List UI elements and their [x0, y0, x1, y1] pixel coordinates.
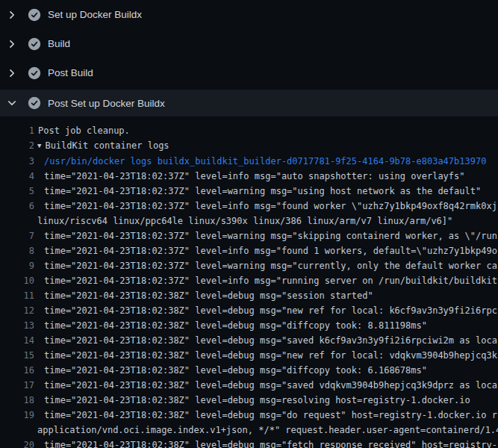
log-line-number[interactable]: 5: [0, 184, 34, 199]
log-line-number[interactable]: 12: [0, 303, 34, 318]
log-line-text: application/vnd.oci.image.index.v1+json,…: [34, 423, 498, 438]
step-row[interactable]: Set up Docker Buildx: [0, 0, 498, 29]
log-line-number[interactable]: 2: [0, 138, 34, 154]
log-line-number[interactable]: 7: [0, 228, 34, 243]
step-title: Set up Docker Buildx: [48, 9, 142, 20]
log-line: 14 time="2021-04-23T18:02:38Z" level=deb…: [0, 333, 498, 348]
log-line: 1 Post job cleanup.: [0, 123, 498, 138]
chevron-right-icon: [6, 9, 18, 21]
log-line: 12 time="2021-04-23T18:02:38Z" level=deb…: [0, 303, 498, 318]
log-line-number[interactable]: 15: [0, 348, 34, 363]
log-line: 9 time="2021-04-23T18:02:37Z" level=warn…: [0, 258, 498, 273]
check-circle-icon: [28, 8, 41, 22]
log-line-number: [0, 214, 34, 228]
chevron-down-icon: [6, 97, 18, 109]
step-list: Set up Docker Buildx Build: [0, 0, 498, 116]
log-line: 16 time="2021-04-23T18:02:38Z" level=deb…: [0, 363, 498, 378]
step-title: Post Build: [48, 67, 93, 78]
log-line: 5 time="2021-04-23T18:02:37Z" level=warn…: [0, 184, 498, 199]
log-line: 8 time="2021-04-23T18:02:37Z" level=info…: [0, 243, 498, 258]
log-line: 13 time="2021-04-23T18:02:38Z" level=deb…: [0, 318, 498, 333]
log-line: 18 time="2021-04-23T18:02:38Z" level=deb…: [0, 393, 498, 408]
log-line-number[interactable]: 11: [0, 288, 34, 303]
log-line-text: time="2021-04-23T18:02:38Z" level=debug …: [34, 393, 470, 408]
step-row[interactable]: Build: [0, 29, 498, 58]
log-line: 6 time="2021-04-23T18:02:37Z" level=info…: [0, 199, 498, 214]
log-line-number[interactable]: 20: [0, 438, 34, 448]
group-expanded-marker-icon[interactable]: ▼: [37, 138, 41, 153]
log-line-text: time="2021-04-23T18:02:38Z" level=debug …: [34, 288, 373, 303]
log-line-text: linux/riscv64 linux/ppc64le linux/s390x …: [34, 214, 452, 228]
log-line-text: time="2021-04-23T18:02:37Z" level=warnin…: [34, 228, 497, 243]
log-line-number[interactable]: 4: [0, 169, 34, 184]
log-line: application/vnd.oci.image.index.v1+json,…: [0, 423, 498, 438]
log-line-number[interactable]: 9: [0, 258, 34, 273]
log-line: 17 time="2021-04-23T18:02:38Z" level=deb…: [0, 378, 498, 393]
log-line: 10 time="2021-04-23T18:02:37Z" level=inf…: [0, 273, 498, 288]
log-line-text: time="2021-04-23T18:02:38Z" level=debug …: [34, 303, 497, 318]
log-line-text: time="2021-04-23T18:02:38Z" level=debug …: [34, 363, 427, 378]
log-line: 3 /usr/bin/docker logs buildx_buildkit_b…: [0, 154, 498, 169]
chevron-right-icon: [6, 67, 18, 79]
log-line-text: time="2021-04-23T18:02:37Z" level=info m…: [34, 169, 465, 184]
step-title: Build: [48, 38, 70, 49]
check-circle-icon: [28, 66, 41, 80]
log-line-number[interactable]: 10: [0, 273, 34, 288]
log-line-text: time="2021-04-23T18:02:37Z" level=info m…: [34, 243, 497, 258]
log-line-text: time="2021-04-23T18:02:38Z" level=debug …: [34, 333, 497, 348]
log-line: 7 time="2021-04-23T18:02:37Z" level=warn…: [0, 228, 498, 243]
log-line-number[interactable]: 16: [0, 363, 34, 378]
log-line: 2 ▼BuildKit container logs: [0, 138, 498, 154]
log-line-text: time="2021-04-23T18:02:38Z" level=debug …: [34, 378, 497, 393]
log-line-number[interactable]: 3: [0, 154, 34, 169]
log-line: 11 time="2021-04-23T18:02:38Z" level=deb…: [0, 288, 498, 303]
step-title: Post Set up Docker Buildx: [48, 98, 165, 109]
log-line-text[interactable]: ▼BuildKit container logs: [34, 138, 169, 154]
log-line-text: time="2021-04-23T18:02:38Z" level=debug …: [34, 408, 497, 423]
log-line-number[interactable]: 19: [0, 408, 34, 423]
check-circle-icon: [28, 37, 41, 51]
log-line-text: time="2021-04-23T18:02:37Z" level=warnin…: [34, 258, 497, 273]
log-line-number[interactable]: 14: [0, 333, 34, 348]
check-circle-icon: [28, 96, 41, 110]
step-row[interactable]: Post Build: [0, 58, 498, 87]
log-line-number[interactable]: 1: [0, 123, 34, 138]
log-line-text: time="2021-04-23T18:02:37Z" level=warnin…: [34, 184, 481, 199]
log-line-text: time="2021-04-23T18:02:37Z" level=info m…: [34, 273, 497, 288]
log-line-text: time="2021-04-23T18:02:38Z" level=debug …: [34, 348, 497, 363]
log-line: 19 time="2021-04-23T18:02:38Z" level=deb…: [0, 408, 498, 423]
log-line: 20 time="2021-04-23T18:02:38Z" level=deb…: [0, 438, 498, 448]
log-line-text: /usr/bin/docker logs buildx_buildkit_bui…: [34, 154, 486, 169]
group-title[interactable]: BuildKit container logs: [45, 140, 169, 151]
step-log: 1 Post job cleanup. 2 ▼BuildKit containe…: [0, 116, 498, 448]
log-line: 15 time="2021-04-23T18:02:38Z" level=deb…: [0, 348, 498, 363]
log-line-number[interactable]: 18: [0, 393, 34, 408]
log-line-number[interactable]: 17: [0, 378, 34, 393]
log-line-number[interactable]: 8: [0, 243, 34, 258]
log-line: linux/riscv64 linux/ppc64le linux/s390x …: [0, 214, 498, 228]
log-line-text: time="2021-04-23T18:02:38Z" level=debug …: [34, 318, 427, 333]
log-line-number[interactable]: 6: [0, 199, 34, 214]
step-row[interactable]: Post Set up Docker Buildx: [0, 90, 498, 116]
log-line-text: time="2021-04-23T18:02:38Z" level=debug …: [34, 438, 497, 448]
log-line-number[interactable]: 13: [0, 318, 34, 333]
log-line: 4 time="2021-04-23T18:02:37Z" level=info…: [0, 169, 498, 184]
log-line-text: Post job cleanup.: [34, 123, 130, 138]
log-line-text: time="2021-04-23T18:02:37Z" level=info m…: [34, 199, 497, 214]
chevron-right-icon: [6, 38, 18, 50]
log-line-number: [0, 423, 34, 438]
